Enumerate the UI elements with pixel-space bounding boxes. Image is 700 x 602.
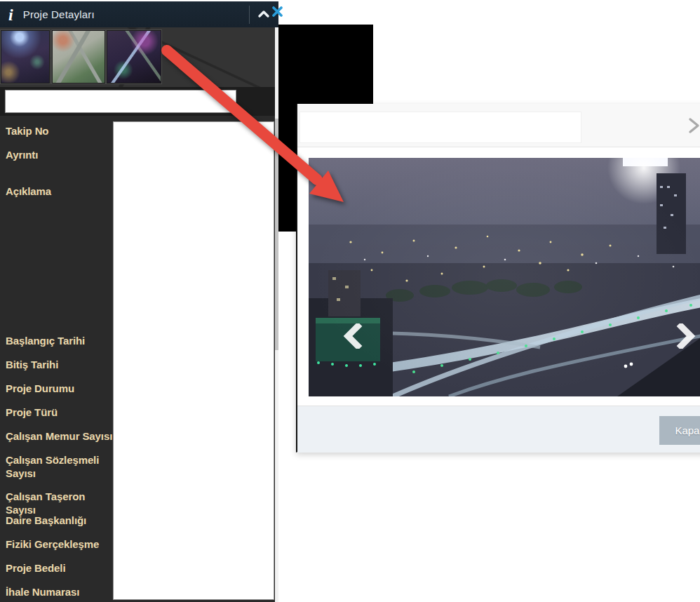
thumbnail-night-city[interactable] <box>1 30 50 83</box>
field-label-bitis-tarihi: Bitiş Tarihi <box>6 358 116 371</box>
field-label-fiziki-gerceklesme: Fiziki Gerçekleşme <box>6 537 116 551</box>
project-details-panel: i Proje Detayları Takip No Ayrıntı Açıkl… <box>0 1 278 602</box>
field-label-calisan-taseron-sayisi: Çalışan Taşeron Sayısı <box>6 490 116 516</box>
field-label-daire-baskanligi: Daire Başkanlığı <box>6 514 116 527</box>
carousel-image <box>309 158 700 396</box>
header-divider <box>249 6 250 24</box>
close-icon[interactable] <box>272 6 283 20</box>
application-window: i Proje Detayları Takip No Ayrıntı Açıkl… <box>0 0 700 602</box>
modal-title-input[interactable] <box>299 112 581 143</box>
panel-header: i Proje Detayları <box>0 1 278 27</box>
field-label-proje-turu: Proje Türü <box>6 406 116 419</box>
thumbnail-daytime-interchange[interactable] <box>52 30 105 83</box>
field-label-calisan-memur-sayisi: Çalışan Memur Sayısı <box>6 429 116 443</box>
field-label-calisan-sozlesmeli-sayisi: Çalışan Sözleşmeli Sayısı <box>6 453 116 480</box>
image-viewer-modal: Kapat <box>296 104 700 453</box>
field-label-ihale-numarasi: İhale Numarası <box>6 585 116 598</box>
carousel <box>309 158 700 396</box>
thumbnail-night-interchange[interactable] <box>107 30 161 83</box>
modal-body <box>297 147 700 406</box>
modal-header <box>297 104 700 147</box>
panel-search-input[interactable] <box>5 90 236 113</box>
carousel-next-icon[interactable] <box>673 323 698 349</box>
info-icon: i <box>8 6 13 23</box>
values-content-panel <box>113 121 274 600</box>
panel-search-row <box>0 87 275 116</box>
modal-footer: Kapat <box>297 406 700 453</box>
field-label-proje-durumu: Proje Durumu <box>6 382 116 395</box>
field-label-aciklama: Açıklama <box>6 185 116 198</box>
panel-title: Proje Detayları <box>23 8 95 20</box>
carousel-prev-icon[interactable] <box>341 323 366 349</box>
chevron-up-icon[interactable] <box>257 7 271 21</box>
field-label-takip-no: Takip No <box>6 124 116 138</box>
close-modal-button[interactable]: Kapat <box>659 416 700 445</box>
field-label-ayrinti: Ayrıntı <box>6 148 116 161</box>
field-label-proje-bedeli: Proje Bedeli <box>6 561 116 575</box>
chevron-right-icon[interactable] <box>685 115 700 136</box>
field-label-baslangic-tarihi: Başlangıç Tarihi <box>6 334 116 347</box>
